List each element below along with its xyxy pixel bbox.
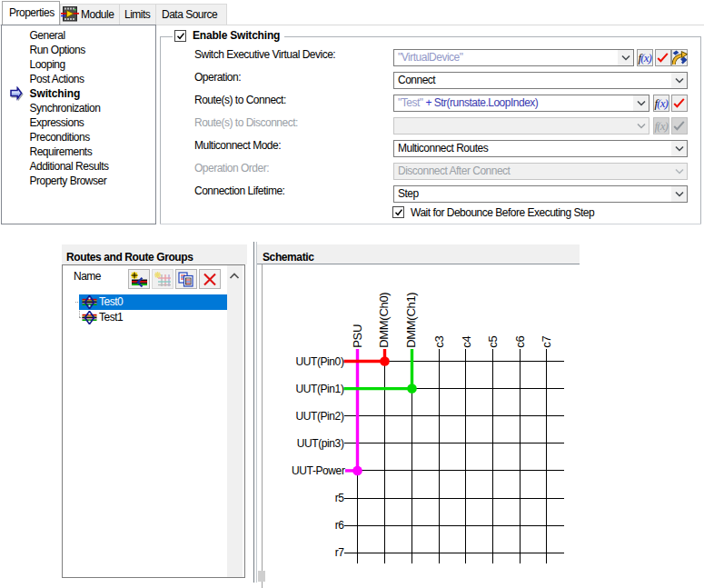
svg-text:UUT(Pin0): UUT(Pin0): [295, 355, 343, 368]
svg-text:r6: r6: [335, 519, 345, 532]
svg-text:UUT-Power: UUT-Power: [292, 464, 345, 477]
svg-text:UUT(Pin1): UUT(Pin1): [295, 383, 343, 395]
svg-text:r7: r7: [335, 546, 345, 559]
svg-text:UUT(Pin2): UUT(Pin2): [295, 410, 343, 423]
svg-text:PSU: PSU: [351, 324, 364, 348]
svg-text:UUT(pin3): UUT(pin3): [297, 437, 344, 450]
svg-text:c5: c5: [486, 336, 500, 348]
svg-text:c7: c7: [540, 336, 553, 348]
svg-text:DMM(Ch0): DMM(Ch0): [377, 293, 391, 348]
svg-text:c6: c6: [513, 336, 527, 348]
svg-text:r5: r5: [335, 492, 345, 504]
svg-text:c4: c4: [460, 336, 473, 348]
svg-text:c3: c3: [432, 336, 446, 348]
svg-text:DMM(Ch1): DMM(Ch1): [404, 293, 418, 348]
